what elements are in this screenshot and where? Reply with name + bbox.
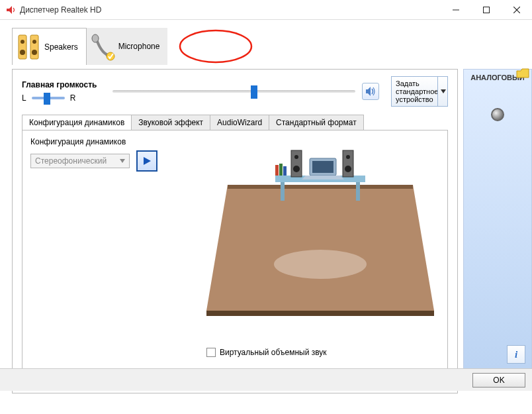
svg-rect-22 [312, 161, 333, 173]
chevron-down-icon [120, 159, 125, 163]
svg-rect-32 [283, 166, 287, 176]
mute-button[interactable] [362, 83, 379, 100]
config-subpanel: Конфигурация динамиков Стереофонический [22, 130, 448, 376]
titlebar: Диспетчер Realtek HD [0, 0, 532, 20]
svg-rect-19 [281, 182, 285, 201]
tab-microphone[interactable]: Microphone [87, 28, 168, 65]
svg-point-25 [294, 155, 298, 159]
default-device-dropdown-caret[interactable] [437, 76, 448, 107]
subtab-sound-effect[interactable]: Звуковой эффект [131, 115, 210, 130]
default-device-line3: устройство [396, 95, 433, 103]
svg-point-11 [92, 34, 99, 42]
subtab-speaker-config[interactable]: Конфигурация динамиков [22, 115, 132, 130]
svg-marker-23 [302, 176, 344, 180]
analog-panel: АНАЛОГОВЫЙ [463, 69, 532, 370]
maximize-button[interactable] [471, 0, 502, 20]
svg-rect-4 [19, 35, 26, 59]
ok-button[interactable]: OK [472, 373, 525, 388]
test-play-button[interactable] [136, 150, 157, 172]
svg-marker-15 [228, 185, 413, 189]
balance-right-label: R [70, 93, 76, 103]
annotation-circle [177, 26, 257, 65]
footer: i OK [0, 368, 532, 391]
balance-left-label: L [22, 93, 26, 103]
svg-point-6 [21, 40, 24, 44]
window-title: Диспетчер Realtek HD [20, 5, 441, 15]
svg-point-26 [293, 166, 300, 172]
microphone-icon [89, 32, 116, 61]
speaker-config-select[interactable]: Стереофонический [30, 154, 130, 168]
volume-row: Главная громкость L R Задать с [22, 76, 448, 107]
svg-rect-20 [356, 182, 360, 201]
speakers-icon [15, 32, 42, 62]
minimize-button[interactable] [441, 0, 471, 20]
main-volume-label: Главная громкость [22, 80, 97, 89]
close-button[interactable] [502, 0, 532, 20]
svg-point-7 [20, 50, 25, 55]
svg-marker-16 [206, 311, 434, 316]
main-volume-slider[interactable] [112, 90, 355, 93]
subtab-audiowizard[interactable]: AudioWizard [210, 115, 269, 130]
svg-point-17 [274, 250, 367, 279]
default-device-line1: Задать [396, 79, 420, 87]
virtual-surround-row: Виртуальный объемный звук [206, 348, 327, 357]
svg-point-13 [180, 30, 251, 62]
app-icon [5, 5, 16, 15]
svg-rect-5 [30, 35, 38, 59]
svg-rect-24 [291, 150, 302, 177]
svg-rect-30 [275, 165, 279, 176]
info-button[interactable]: i [507, 345, 525, 364]
svg-point-29 [345, 166, 351, 172]
svg-point-8 [32, 40, 36, 44]
speaker-config-selected: Стереофонический [35, 156, 107, 166]
tab-microphone-label: Microphone [118, 42, 160, 51]
config-tabs: Конфигурация динамиков Звуковой эффект A… [22, 115, 448, 130]
svg-point-28 [346, 155, 350, 159]
svg-rect-1 [484, 7, 490, 13]
virtual-surround-checkbox[interactable] [206, 348, 216, 357]
set-default-device-button[interactable]: Задать стандартное устройство [391, 76, 448, 107]
room-illustration [201, 138, 439, 337]
svg-rect-27 [343, 150, 353, 177]
device-tabs: Speakers Microphone [12, 28, 458, 65]
balance-slider[interactable]: L R [22, 93, 97, 103]
svg-marker-14 [206, 185, 434, 311]
tab-speakers[interactable]: Speakers [12, 28, 87, 65]
svg-point-9 [32, 50, 37, 55]
default-device-line2: стандартное [396, 87, 438, 95]
subtab-default-format[interactable]: Стандартный формат [269, 115, 364, 130]
tab-speakers-label: Speakers [44, 42, 78, 52]
folder-icon [515, 67, 530, 79]
svg-rect-31 [279, 164, 283, 176]
analog-jack-1[interactable] [491, 108, 504, 121]
virtual-surround-label: Виртуальный объемный звук [220, 348, 327, 357]
main-panel: Главная громкость L R Задать с [12, 69, 458, 393]
